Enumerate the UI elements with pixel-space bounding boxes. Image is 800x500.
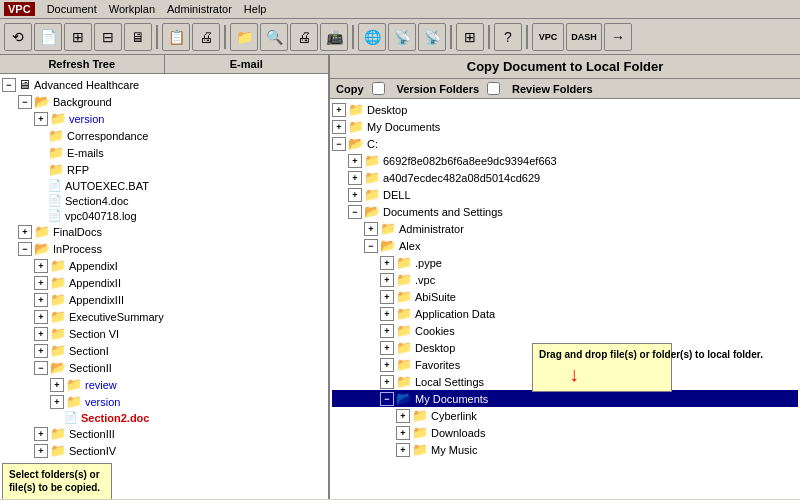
toolbar-search-btn[interactable]: 🔍 (260, 23, 288, 51)
toolbar-doc-btn[interactable]: 📄 (34, 23, 62, 51)
right-c-expand[interactable]: − (332, 137, 346, 151)
right-das-expand[interactable]: − (348, 205, 362, 219)
tab-email[interactable]: E-mail (165, 55, 329, 73)
section3-expand[interactable]: + (34, 427, 48, 441)
toolbar-print-btn[interactable]: 🖨 (192, 23, 220, 51)
inprocess-expand[interactable]: − (18, 242, 32, 256)
toolbar-folder-btn[interactable]: 📁 (230, 23, 258, 51)
version2-expand[interactable]: + (50, 395, 64, 409)
right-hash1-row[interactable]: + 📁 6692f8e082b6f6a8ee9dc9394ef663 (332, 152, 798, 169)
section4-row2[interactable]: + 📁 SectionIV (2, 442, 326, 459)
toolbar-dash-btn[interactable]: DASH (566, 23, 602, 51)
toolbar-signal-btn[interactable]: 📡 (388, 23, 416, 51)
right-hash2-row[interactable]: + 📁 a40d7ecdec482a08d5014cd629 (332, 169, 798, 186)
right-appdata-row[interactable]: + 📁 Application Data (332, 305, 798, 322)
review-folders-checkbox[interactable] (487, 82, 500, 95)
review-folders-label[interactable]: Review Folders (512, 83, 593, 95)
appendix3-expand[interactable]: + (34, 293, 48, 307)
toolbar-vpc-btn[interactable]: VPC (532, 23, 564, 51)
right-cookies-row[interactable]: + 📁 Cookies (332, 322, 798, 339)
section1-row[interactable]: + 📁 SectionI (2, 342, 326, 359)
toolbar-globe-btn[interactable]: 🌐 (358, 23, 386, 51)
right-c-row[interactable]: − 📂 C: (332, 135, 798, 152)
right-desktop2-expand[interactable]: + (380, 341, 394, 355)
tree-root-row[interactable]: − 🖥 Advanced Healthcare (2, 76, 326, 93)
right-hash2-expand[interactable]: + (348, 171, 362, 185)
version2-row[interactable]: + 📁 version (2, 393, 326, 410)
section3-row[interactable]: + 📁 SectionIII (2, 425, 326, 442)
right-dell-expand[interactable]: + (348, 188, 362, 202)
right-vpc-row[interactable]: + 📁 .vpc (332, 271, 798, 288)
appendix3-row[interactable]: + 📁 AppendixIII (2, 291, 326, 308)
section2doc-row[interactable]: 📄 Section2.doc (2, 410, 326, 425)
appendix2-expand[interactable]: + (34, 276, 48, 290)
version-folders-checkbox[interactable] (372, 82, 385, 95)
root-expand[interactable]: − (2, 78, 16, 92)
review-expand[interactable]: + (50, 378, 64, 392)
right-localsettings-row[interactable]: + 📁 Local Settings Drag and drop file(s)… (332, 373, 798, 390)
appendix1-row[interactable]: + 📁 AppendixI (2, 257, 326, 274)
right-cyberlink-expand[interactable]: + (396, 409, 410, 423)
right-favorites-expand[interactable]: + (380, 358, 394, 372)
right-abisuite-expand[interactable]: + (380, 290, 394, 304)
toolbar-signal2-btn[interactable]: 📡 (418, 23, 446, 51)
section1-expand[interactable]: + (34, 344, 48, 358)
menu-document[interactable]: Document (47, 3, 97, 15)
right-mymusic-expand[interactable]: + (396, 443, 410, 457)
vpc-log-row[interactable]: 📄 vpc040718.log (2, 208, 326, 223)
right-cyberlink-row[interactable]: + 📁 Cyberlink (332, 407, 798, 424)
right-mydocs2-expand[interactable]: − (380, 392, 394, 406)
right-dell-row[interactable]: + 📁 DELL (332, 186, 798, 203)
toolbar-print2-btn[interactable]: 🖨 (290, 23, 318, 51)
sectionvi-row[interactable]: + 📁 Section VI (2, 325, 326, 342)
menu-administrator[interactable]: Administrator (167, 3, 232, 15)
review-row[interactable]: + 📁 review (2, 376, 326, 393)
toolbar-exit-btn[interactable]: → (604, 23, 632, 51)
right-admin-row[interactable]: + 📁 Administrator (332, 220, 798, 237)
right-localsettings-expand[interactable]: + (380, 375, 394, 389)
appendix1-expand[interactable]: + (34, 259, 48, 273)
menu-vpc[interactable]: VPC (4, 2, 35, 16)
right-mydocs2-row[interactable]: − 📂 My Documents (332, 390, 798, 407)
right-appdata-expand[interactable]: + (380, 307, 394, 321)
finaldocs-row[interactable]: + 📁 FinalDocs (2, 223, 326, 240)
right-hash1-expand[interactable]: + (348, 154, 362, 168)
correspondance-row[interactable]: 📁 Correspondance (2, 127, 326, 144)
section4-row[interactable]: 📄 Section4.doc (2, 193, 326, 208)
right-mydocs-expand[interactable]: + (332, 120, 346, 134)
toolbar-monitor-btn[interactable]: 🖥 (124, 23, 152, 51)
toolbar-fax-btn[interactable]: 📠 (320, 23, 348, 51)
right-das-row[interactable]: − 📂 Documents and Settings (332, 203, 798, 220)
background-expand[interactable]: − (18, 95, 32, 109)
inprocess-row[interactable]: − 📂 InProcess (2, 240, 326, 257)
section4-expand[interactable]: + (34, 444, 48, 458)
right-abisuite-row[interactable]: + 📁 AbiSuite (332, 288, 798, 305)
autoexec-row[interactable]: 📄 AUTOEXEC.BAT (2, 178, 326, 193)
execsummary-row[interactable]: + 📁 ExecutiveSummary (2, 308, 326, 325)
menu-help[interactable]: Help (244, 3, 267, 15)
right-pype-expand[interactable]: + (380, 256, 394, 270)
section2-expand[interactable]: − (34, 361, 48, 375)
right-downloads-expand[interactable]: + (396, 426, 410, 440)
version-expand[interactable]: + (34, 112, 48, 126)
right-admin-expand[interactable]: + (364, 222, 378, 236)
emails-row[interactable]: 📁 E-mails (2, 144, 326, 161)
toolbar-back-btn[interactable]: ⟲ (4, 23, 32, 51)
toolbar-help-btn[interactable]: ? (494, 23, 522, 51)
toolbar-clipboard-btn[interactable]: 📋 (162, 23, 190, 51)
right-mydocs-row[interactable]: + 📁 My Documents (332, 118, 798, 135)
right-desktop-row[interactable]: + 📁 Desktop (332, 101, 798, 118)
rfp-row[interactable]: 📁 RFP (2, 161, 326, 178)
execsummary-expand[interactable]: + (34, 310, 48, 324)
sectionvi-expand[interactable]: + (34, 327, 48, 341)
right-alex-row[interactable]: − 📂 Alex (332, 237, 798, 254)
right-downloads-row[interactable]: + 📁 Downloads (332, 424, 798, 441)
right-cookies-expand[interactable]: + (380, 324, 394, 338)
version-folders-label[interactable]: Version Folders (397, 83, 480, 95)
version-row[interactable]: + 📁 version (2, 110, 326, 127)
toolbar-apps-btn[interactable]: ⊟ (94, 23, 122, 51)
tab-refresh-tree[interactable]: Refresh Tree (0, 55, 165, 73)
right-vpc-expand[interactable]: + (380, 273, 394, 287)
right-alex-expand[interactable]: − (364, 239, 378, 253)
toolbar-grid-btn[interactable]: ⊞ (64, 23, 92, 51)
